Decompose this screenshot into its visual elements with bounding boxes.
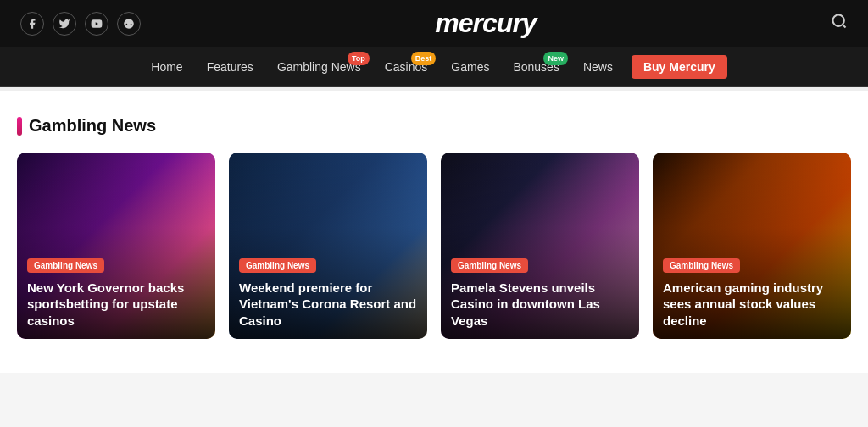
article-card-4[interactable]: Gambling News American gaming industry s… — [653, 152, 851, 339]
card-badge-1: Gambling News — [27, 258, 104, 273]
card-overlay-2: Gambling News Weekend premiere for Vietn… — [229, 152, 427, 339]
main-nav: Home Features Gambling News Top Casinos … — [0, 47, 868, 87]
card-title-4: American gaming industry sees annual sto… — [663, 280, 841, 330]
nav-games[interactable]: Games — [441, 47, 499, 87]
card-title-1: New York Governor backs sportsbetting fo… — [27, 280, 205, 330]
articles-grid: Gambling News New York Governor backs sp… — [17, 152, 851, 339]
card-title-2: Weekend premiere for Vietnam's Corona Re… — [239, 280, 417, 330]
section-accent-dot — [17, 117, 22, 136]
article-card-1[interactable]: Gambling News New York Governor backs sp… — [17, 152, 215, 339]
card-title-3: Pamela Stevens unveils Casino in downtow… — [451, 280, 629, 330]
svg-point-1 — [124, 19, 134, 29]
best-badge: Best — [411, 52, 437, 65]
section-header: Gambling News — [17, 116, 851, 136]
social-links — [20, 12, 141, 36]
twitter-icon[interactable] — [53, 12, 76, 36]
nav-news[interactable]: News — [573, 47, 623, 87]
card-badge-4: Gambling News — [663, 258, 740, 273]
article-card-2[interactable]: Gambling News Weekend premiere for Vietn… — [229, 152, 427, 339]
nav-bonuses[interactable]: Bonuses New — [503, 47, 569, 87]
section-title: Gambling News — [29, 116, 156, 136]
site-header: mercury — [0, 0, 868, 47]
top-badge: Top — [348, 52, 370, 65]
main-content: Gambling News Gambling News New York Gov… — [0, 91, 868, 373]
nav-casinos[interactable]: Casinos Best — [375, 47, 438, 87]
card-badge-2: Gambling News — [239, 258, 316, 273]
facebook-icon[interactable] — [20, 12, 44, 36]
site-logo[interactable]: mercury — [435, 8, 536, 39]
card-overlay-3: Gambling News Pamela Stevens unveils Cas… — [441, 152, 639, 339]
article-card-3[interactable]: Gambling News Pamela Stevens unveils Cas… — [441, 152, 639, 339]
nav-features[interactable]: Features — [197, 47, 264, 87]
card-badge-3: Gambling News — [451, 258, 528, 273]
search-button[interactable] — [831, 13, 848, 34]
card-overlay-4: Gambling News American gaming industry s… — [653, 152, 851, 339]
card-overlay-1: Gambling News New York Governor backs sp… — [17, 152, 215, 339]
reddit-icon[interactable] — [117, 12, 141, 36]
nav-gambling-news[interactable]: Gambling News Top — [267, 47, 371, 87]
svg-point-2 — [832, 15, 843, 26]
svg-line-3 — [843, 25, 846, 28]
new-badge: New — [543, 52, 568, 65]
youtube-icon[interactable] — [85, 12, 108, 36]
nav-home[interactable]: Home — [141, 47, 192, 87]
buy-mercury-button[interactable]: Buy Mercury — [632, 55, 727, 79]
